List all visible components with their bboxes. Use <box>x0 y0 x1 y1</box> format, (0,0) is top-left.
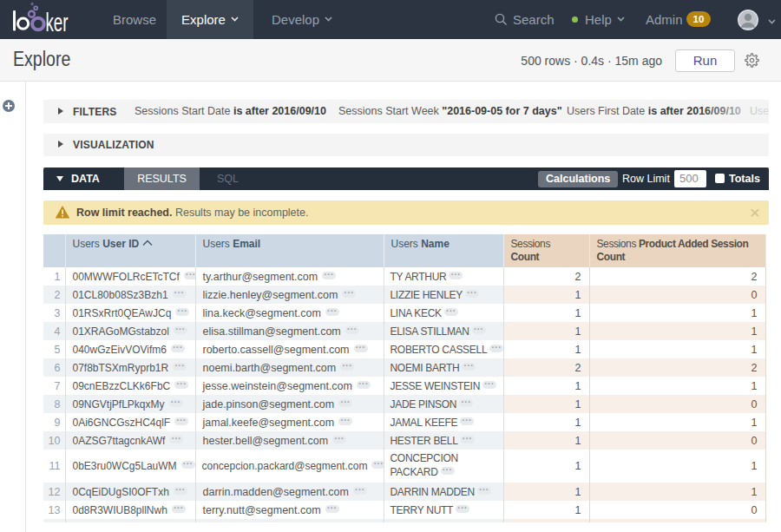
svg-text:ker: ker <box>46 8 69 36</box>
